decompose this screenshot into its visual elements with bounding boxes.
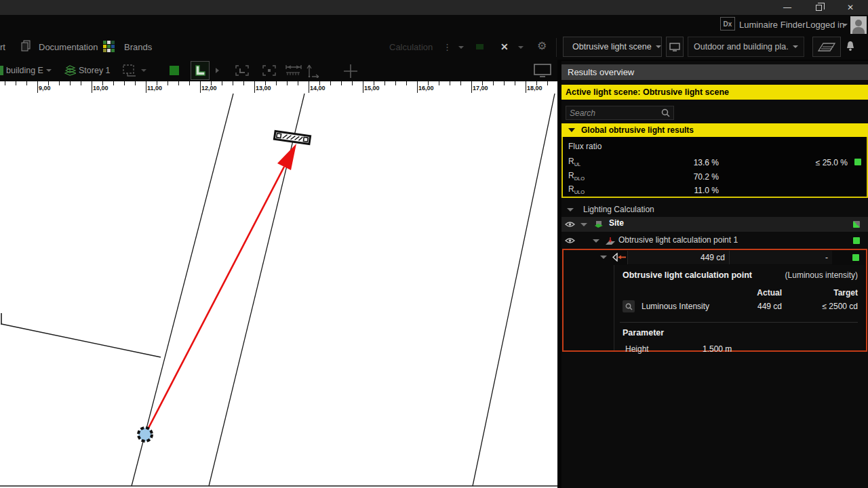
brands-icon — [103, 41, 115, 52]
measure-vertical-icon[interactable] — [305, 63, 321, 78]
metric-target-value: ≤ 2500 cd — [782, 302, 858, 311]
minimize-button[interactable]: — — [772, 0, 803, 15]
expand-right-icon[interactable] — [216, 68, 219, 73]
transform-tool-icon[interactable] — [122, 64, 140, 77]
status-ok-indicator — [852, 254, 859, 261]
chevron-down-icon[interactable] — [458, 46, 464, 49]
luminaire-symbol[interactable] — [274, 131, 310, 144]
ruler-minor-tick — [222, 81, 222, 85]
search-input[interactable]: Search — [566, 106, 674, 120]
building-selector[interactable]: building E — [6, 66, 43, 75]
inspect-button[interactable] — [623, 300, 635, 312]
ruler-minor-tick — [26, 81, 27, 85]
light-scene-selector[interactable]: Obtrusive light scene — [563, 37, 662, 57]
snap-center-tool-icon[interactable] — [262, 64, 277, 77]
chevron-down-icon[interactable] — [46, 69, 52, 72]
ruler-minor-tick — [298, 81, 298, 85]
clipped-icon — [0, 66, 3, 75]
ruler-major-tick — [254, 81, 255, 93]
divider — [620, 322, 858, 323]
metric-actual-value: 449 cd — [722, 302, 782, 311]
global-results-header[interactable]: Global obtrusive light results — [561, 123, 868, 137]
view-toolbar: building E Storey 1 — [0, 60, 557, 81]
flux-ratio-title: Flux ratio — [568, 142, 601, 151]
flux-row-target: ≤ 25.0 % — [816, 158, 848, 167]
column-actual: Actual — [722, 288, 782, 298]
brands-tab[interactable]: Brands — [124, 42, 152, 52]
ruler-minor-tick — [439, 81, 439, 85]
selected-measurement-box[interactable]: 449 cd - Obtrusive light calculation poi… — [562, 249, 867, 352]
ruler-minor-tick — [178, 81, 179, 85]
details-title: Obtrusive light calculation point — [623, 270, 752, 280]
luminaire-dim-icon — [475, 43, 485, 51]
collapse-triangle-icon[interactable] — [600, 256, 607, 259]
ruler-minor-tick — [135, 81, 136, 85]
measure-horizontal-icon[interactable] — [285, 64, 302, 77]
cad-view-icon[interactable] — [533, 63, 552, 78]
more-options-icon[interactable]: ⋮ — [443, 42, 452, 52]
ruler-label: 14,00 — [310, 85, 326, 92]
ruler-label: 13,00 — [256, 85, 271, 92]
avatar[interactable] — [850, 16, 867, 34]
ruler-minor-tick — [243, 81, 244, 85]
logged-in-menu[interactable]: Logged in — [806, 20, 844, 30]
ruler-minor-tick — [287, 81, 288, 85]
ruler-minor-tick — [341, 81, 342, 85]
lighting-calculation-section[interactable]: Lighting Calculation — [561, 203, 868, 217]
ruler-major-tick — [146, 81, 146, 93]
ruler-major-tick — [37, 81, 38, 93]
collapse-triangle-icon[interactable] — [580, 223, 587, 226]
document-selector[interactable]: Outdoor and building pla... — [688, 37, 804, 57]
ruler-minor-tick — [460, 81, 461, 85]
flux-ratio-box: Flux ratio RUL 13.6 % ≤ 25.0 % RDLO 70.2… — [561, 137, 868, 198]
scene-preview-button[interactable] — [666, 37, 684, 57]
ruler-minor-tick — [352, 81, 353, 85]
ruler-minor-tick — [504, 81, 505, 85]
visibility-eye-icon[interactable] — [565, 237, 575, 244]
cad-canvas[interactable] — [0, 94, 557, 488]
close-button[interactable]: ✕ — [835, 0, 866, 15]
gear-icon[interactable]: ⚙ — [537, 39, 547, 52]
snap-corner-tool-icon[interactable] — [235, 64, 250, 77]
ruler-minor-tick — [330, 81, 331, 85]
tree-row-calc-point[interactable]: Obtrusive light calculation point 1 — [561, 234, 868, 247]
collapse-triangle-icon[interactable] — [593, 239, 599, 243]
road-edge-line-3 — [473, 94, 555, 486]
ruler-label: 15,00 — [364, 85, 380, 92]
chevron-down-icon[interactable] — [518, 46, 524, 49]
target-value-field[interactable]: - — [729, 251, 832, 264]
ruler-minor-tick — [276, 81, 277, 85]
sight-line — [145, 167, 284, 434]
chevron-down-icon[interactable] — [141, 69, 146, 72]
ruler-label: 9,00 — [39, 85, 51, 92]
export-button-fragment[interactable]: rt — [0, 42, 5, 52]
measured-value-field[interactable]: 449 cd — [627, 251, 729, 264]
l-shape-tool-selected[interactable] — [191, 61, 210, 80]
cancel-icon[interactable]: ✕ — [500, 41, 509, 52]
surface-tool-button[interactable] — [812, 37, 841, 57]
search-placeholder: Search — [570, 108, 661, 118]
documentation-tab[interactable]: Documentation — [39, 42, 98, 52]
active-scene-banner: Active light scene: Obtrusive light scen… — [561, 85, 868, 100]
chevron-down-icon[interactable] — [842, 24, 848, 26]
status-ok-indicator — [854, 159, 861, 165]
notifications-button[interactable] — [845, 40, 856, 52]
tree-row-site[interactable]: Site — [561, 217, 868, 232]
parameter-value[interactable]: 1.500 m — [703, 344, 732, 354]
ruler-major-tick — [309, 81, 309, 93]
luminaire-finder-link[interactable]: Luminaire Finder — [739, 20, 806, 30]
ruler-minor-tick — [493, 81, 494, 85]
fill-tool-icon[interactable] — [170, 66, 179, 75]
ruler-minor-tick — [59, 81, 60, 85]
ruler-minor-tick — [113, 81, 114, 85]
crosshair-tool-icon[interactable] — [342, 63, 359, 79]
visibility-eye-icon[interactable] — [565, 221, 575, 228]
flux-row-name: RUL — [568, 157, 580, 167]
storey-selector[interactable]: Storey 1 — [79, 66, 111, 75]
maximize-button[interactable] — [803, 0, 834, 15]
ruler-label: 16,00 — [418, 85, 434, 92]
toolbar-separator — [556, 38, 557, 57]
ruler-minor-tick — [167, 81, 168, 85]
application-window: — ✕ Dx Luminaire Finder Logged in rt Doc… — [0, 0, 868, 488]
calculation-point-symbol[interactable] — [138, 428, 152, 441]
